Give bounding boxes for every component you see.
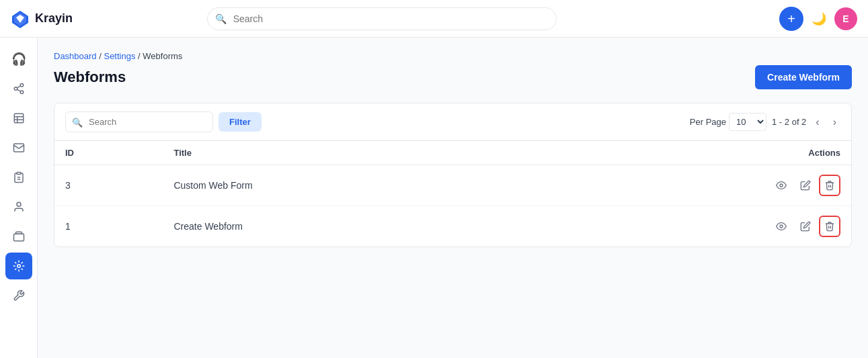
main-content: Dashboard / Settings / Webforms Webforms… — [38, 38, 868, 358]
sidebar-item-share[interactable] — [5, 75, 32, 102]
table-body: 3 Custom Web Form — [54, 165, 851, 247]
svg-point-3 — [14, 87, 17, 91]
col-id: ID — [54, 141, 163, 165]
row-1-actions — [523, 165, 851, 206]
pagination-prev-button[interactable]: ‹ — [812, 115, 823, 130]
svg-rect-11 — [13, 144, 24, 152]
table-row: 1 Create Webform — [54, 206, 851, 247]
table-row: 3 Custom Web Form — [54, 165, 851, 206]
filter-button[interactable]: Filter — [219, 112, 262, 132]
col-actions: Actions — [523, 141, 851, 165]
table-search-icon: 🔍 — [72, 117, 83, 127]
sidebar-item-headset[interactable]: 🎧 — [5, 46, 32, 73]
breadcrumb-dashboard[interactable]: Dashboard — [54, 51, 97, 61]
svg-point-17 — [17, 265, 20, 268]
action-icons-row-2 — [534, 216, 840, 237]
logo-area: Krayin — [11, 9, 91, 28]
pagination-info: 1 - 2 of 2 — [772, 117, 806, 127]
logo-icon — [11, 9, 30, 28]
logo-text: Krayin — [35, 11, 73, 26]
svg-rect-16 — [13, 234, 24, 241]
edit-button-row-1[interactable] — [795, 175, 816, 196]
sidebar-item-list[interactable] — [5, 105, 32, 132]
dark-mode-icon[interactable]: 🌙 — [812, 11, 826, 26]
global-search-input[interactable] — [207, 7, 557, 30]
global-search-bar: 🔍 — [207, 7, 557, 30]
sidebar-item-clipboard[interactable] — [5, 164, 32, 191]
table-header: ID Title Actions — [54, 141, 851, 165]
delete-button-row-2[interactable] — [819, 216, 840, 237]
sidebar-item-person[interactable] — [5, 193, 32, 220]
pagination-area: Per Page 10 25 50 100 1 - 2 of 2 ‹ › — [690, 113, 840, 131]
breadcrumb-current: Webforms — [143, 51, 182, 61]
row-1-id: 3 — [54, 165, 163, 206]
view-button-row-1[interactable] — [771, 175, 792, 196]
svg-point-19 — [780, 225, 783, 228]
svg-point-15 — [17, 202, 21, 206]
global-search-icon: 🔍 — [215, 13, 227, 24]
pagination-next-button[interactable]: › — [829, 115, 840, 130]
breadcrumb-settings[interactable]: Settings — [104, 51, 135, 61]
svg-line-6 — [17, 86, 20, 88]
svg-point-4 — [20, 91, 24, 94]
webforms-table: ID Title Actions 3 Custom Web Form — [54, 141, 851, 247]
svg-point-2 — [20, 84, 24, 87]
breadcrumb: Dashboard / Settings / Webforms — [54, 51, 852, 61]
delete-button-row-1[interactable] — [819, 175, 840, 196]
sidebar-item-settings[interactable] — [5, 253, 32, 279]
svg-rect-7 — [14, 114, 24, 123]
view-button-row-2[interactable] — [771, 216, 792, 237]
row-2-actions — [523, 206, 851, 247]
row-2-title: Create Webform — [163, 206, 522, 247]
page-header: Webforms Create Webform — [54, 65, 852, 89]
per-page-dropdown[interactable]: 10 25 50 100 — [729, 113, 766, 131]
table-search-area: 🔍 — [65, 111, 213, 132]
avatar[interactable]: E — [834, 7, 857, 30]
table-toolbar: 🔍 Filter Per Page 10 25 50 100 1 - — [54, 103, 851, 141]
svg-point-18 — [780, 184, 783, 187]
create-webform-button[interactable]: Create Webform — [755, 65, 852, 89]
header-actions: + 🌙 E — [779, 7, 857, 31]
table-container: 🔍 Filter Per Page 10 25 50 100 1 - — [54, 103, 852, 247]
add-button[interactable]: + — [779, 7, 803, 31]
svg-line-5 — [17, 89, 20, 91]
row-2-id: 1 — [54, 206, 163, 247]
per-page-select: Per Page 10 25 50 100 — [690, 113, 766, 131]
sidebar-item-envelope[interactable] — [5, 134, 32, 161]
row-1-title: Custom Web Form — [163, 165, 522, 206]
table-search-input[interactable] — [65, 111, 213, 132]
edit-button-row-2[interactable] — [795, 216, 816, 237]
sidebar-item-wrench[interactable] — [5, 282, 32, 309]
main-layout: 🎧 Dashboard / Settings — [0, 38, 868, 358]
page-title: Webforms — [54, 69, 126, 86]
svg-rect-12 — [17, 173, 21, 175]
sidebar-item-stack[interactable] — [5, 223, 32, 250]
action-icons-row-1 — [534, 175, 840, 196]
header: Krayin 🔍 + 🌙 E — [0, 0, 868, 38]
sidebar: 🎧 — [0, 38, 38, 358]
per-page-label: Per Page — [690, 117, 726, 127]
col-title: Title — [163, 141, 522, 165]
